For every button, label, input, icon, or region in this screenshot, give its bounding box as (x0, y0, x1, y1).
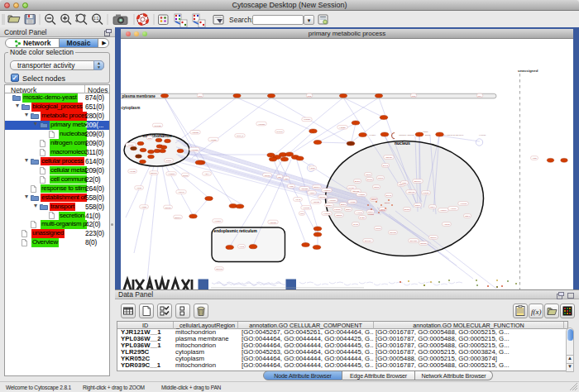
svg-text:YLR275: YLR275 (358, 194, 366, 195)
svg-text:PRP3: PRP3 (376, 227, 381, 229)
svg-text:YIL061: YIL061 (450, 208, 457, 209)
svg-text:1:1: 1:1 (93, 17, 99, 21)
svg-text:pm2: pm2 (308, 94, 312, 96)
svg-text:YER029: YER029 (385, 156, 393, 158)
svg-text:Yhr15: Yhr15 (136, 187, 142, 189)
svg-text:SYF2: SYF2 (353, 223, 358, 225)
svg-text:gene2: gene2 (165, 206, 171, 208)
svg-text:YGR006: YGR006 (323, 189, 332, 191)
svg-text:PRP9: PRP9 (368, 211, 374, 213)
svg-text:CEF1: CEF1 (465, 215, 471, 217)
svg-text:SNQ2: SNQ2 (425, 134, 431, 136)
svg-text:YJR022: YJR022 (313, 201, 320, 203)
svg-text:SMX3: SMX3 (383, 165, 389, 166)
svg-text:DIB1: DIB1 (402, 182, 407, 184)
svg-text:YHR08: YHR08 (356, 212, 362, 213)
svg-text:YKR216: YKR216 (304, 118, 311, 120)
svg-text:YKL32: YKL32 (130, 170, 136, 172)
svg-text:LSM2: LSM2 (366, 174, 371, 175)
svg-text:Yeast2: Yeast2 (211, 138, 218, 140)
svg-text:SNU13: SNU13 (216, 268, 223, 270)
svg-text:f(x): f(x) (531, 308, 542, 316)
svg-text:YKL173: YKL173 (460, 203, 467, 204)
svg-text:SNR14: SNR14 (175, 216, 181, 218)
svg-text:Yc12: Yc12 (289, 185, 294, 187)
svg-text:SNU66: SNU66 (151, 172, 157, 174)
svg-text:YOR11: YOR11 (422, 130, 428, 131)
svg-text:YHR165: YHR165 (323, 213, 331, 214)
svg-text:pm1: pm1 (199, 94, 203, 96)
svg-text:nucleus: nucleus (395, 140, 410, 145)
svg-text:SNR11: SNR11 (336, 214, 342, 216)
svg-text:Group: Group (265, 174, 270, 175)
svg-text:YDR342 YDR343: YDR342 YDR343 (399, 134, 414, 136)
svg-text:YLR33: YLR33 (349, 201, 356, 203)
svg-text:YJR02: YJR02 (444, 223, 451, 225)
svg-text:endoplasmic reticulum: endoplasmic reticulum (214, 228, 257, 232)
svg-text:pm3: pm3 (412, 94, 416, 96)
svg-text:YKL211: YKL211 (214, 220, 222, 222)
svg-text:YDR113: YDR113 (371, 198, 378, 199)
svg-text:BRR1: BRR1 (341, 203, 347, 205)
svg-text:YDL030: YDL030 (270, 221, 277, 222)
svg-text:YJL046: YJL046 (178, 191, 185, 193)
svg-text:YHL016: YHL016 (479, 134, 486, 136)
svg-text:YPR182: YPR182 (367, 213, 375, 215)
svg-text:LSM4: LSM4 (430, 206, 436, 208)
svg-text:YNL f: YNL f (204, 173, 209, 174)
svg-text:PRP21: PRP21 (423, 192, 429, 194)
svg-text:SMD14: SMD14 (326, 204, 333, 206)
svg-text:SNR19: SNR19 (430, 237, 437, 238)
svg-text:Gnt45: Gnt45 (166, 160, 172, 161)
svg-text:NTC20: NTC20 (348, 187, 355, 189)
svg-text:plasma membrane: plasma membrane (122, 93, 156, 98)
svg-text:LSM5: LSM5 (374, 186, 380, 188)
svg-text:SMD2: SMD2 (367, 179, 373, 180)
svg-text:YER112: YER112 (408, 191, 415, 193)
svg-text:YBR152: YBR152 (352, 190, 360, 192)
svg-text:cytoplasm: cytoplasm (122, 106, 141, 110)
svg-text:YGR091: YGR091 (379, 209, 386, 211)
svg-text:SMD1: SMD1 (355, 180, 361, 182)
svg-text:SPP381: SPP381 (410, 240, 418, 241)
svg-text:SMB1: SMB1 (360, 217, 366, 218)
svg-text:YKL002: YKL002 (303, 207, 310, 208)
svg-text:SNR6: SNR6 (346, 208, 352, 210)
svg-text:SMD3: SMD3 (404, 208, 410, 210)
svg-text:YJL821: YJL821 (339, 126, 347, 127)
svg-text:pm4: pm4 (478, 94, 482, 96)
svg-text:Yer021: Yer021 (127, 144, 134, 146)
svg-text:YLR203: YLR203 (168, 173, 175, 174)
svg-text:YJ820: YJ820 (141, 206, 147, 208)
svg-text:Grp2: Grp2 (310, 167, 315, 169)
svg-text:YGR074: YGR074 (440, 209, 448, 211)
svg-text:SNU56: SNU56 (319, 196, 326, 198)
svg-text:YKL652: YKL652 (191, 148, 199, 150)
svg-text:PRP31: PRP31 (334, 208, 341, 210)
svg-text:SNU71: SNU71 (385, 202, 391, 203)
svg-text:YLR116: YLR116 (329, 199, 337, 201)
svg-text:Gene32: Gene32 (154, 124, 161, 126)
svg-text:Yk12: Yk12 (532, 157, 537, 159)
svg-text:SNR7: SNR7 (415, 204, 421, 206)
svg-text:SNR20: SNR20 (420, 242, 427, 244)
svg-text:PRP8: PRP8 (378, 177, 384, 179)
svg-text:SMX2: SMX2 (386, 194, 392, 196)
svg-text:Ym12: Ym12 (239, 246, 245, 247)
svg-text:GeneC: GeneC (276, 131, 283, 132)
svg-text:SNT309: SNT309 (365, 240, 372, 241)
svg-text:YKL219: YKL219 (369, 134, 376, 136)
svg-text:YNL121: YNL121 (192, 131, 199, 132)
svg-text:YLR115: YLR115 (258, 122, 266, 124)
svg-text:Ym510: Ym510 (309, 192, 315, 194)
svg-text:YDR235: YDR235 (301, 188, 309, 189)
svg-text:SNU114: SNU114 (414, 180, 422, 182)
svg-text:Ydl43: Ydl43 (295, 198, 301, 200)
svg-text:SNU23: SNU23 (390, 232, 396, 233)
svg-text:Gm45: Gm45 (183, 174, 189, 175)
svg-text:SNR14: SNR14 (313, 186, 320, 188)
svg-text:unassigned: unassigned (518, 68, 538, 72)
